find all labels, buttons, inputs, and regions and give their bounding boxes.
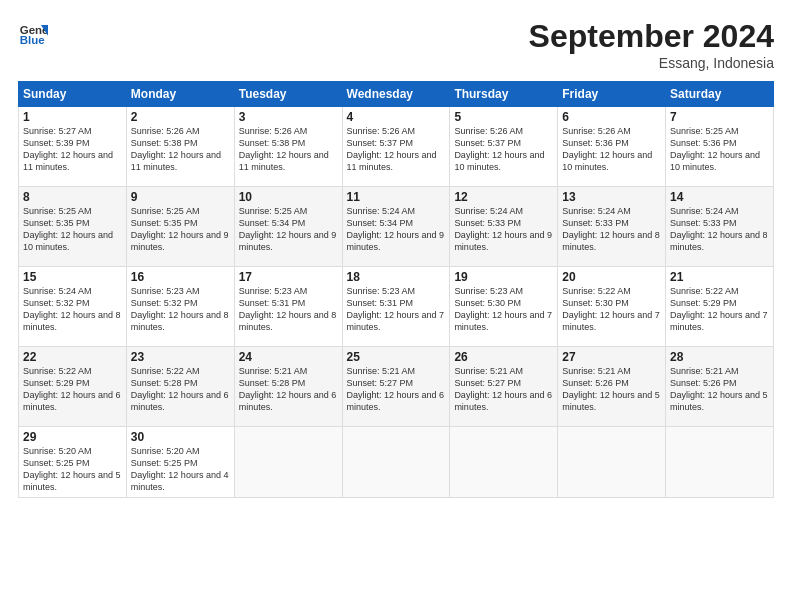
calendar-cell: 25 Sunrise: 5:21 AMSunset: 5:27 PMDaylig… bbox=[342, 347, 450, 427]
day-number: 19 bbox=[454, 270, 553, 284]
svg-text:Blue: Blue bbox=[20, 34, 45, 46]
calendar-cell: 24 Sunrise: 5:21 AMSunset: 5:28 PMDaylig… bbox=[234, 347, 342, 427]
day-info: Sunrise: 5:24 AMSunset: 5:34 PMDaylight:… bbox=[347, 205, 446, 254]
calendar-cell: 18 Sunrise: 5:23 AMSunset: 5:31 PMDaylig… bbox=[342, 267, 450, 347]
location: Essang, Indonesia bbox=[529, 55, 774, 71]
day-info: Sunrise: 5:24 AMSunset: 5:33 PMDaylight:… bbox=[454, 205, 553, 254]
day-info: Sunrise: 5:24 AMSunset: 5:32 PMDaylight:… bbox=[23, 285, 122, 334]
calendar-cell: 20 Sunrise: 5:22 AMSunset: 5:30 PMDaylig… bbox=[558, 267, 666, 347]
week-row-3: 15 Sunrise: 5:24 AMSunset: 5:32 PMDaylig… bbox=[19, 267, 774, 347]
calendar-cell: 13 Sunrise: 5:24 AMSunset: 5:33 PMDaylig… bbox=[558, 187, 666, 267]
weekday-header-monday: Monday bbox=[126, 82, 234, 107]
calendar-cell: 16 Sunrise: 5:23 AMSunset: 5:32 PMDaylig… bbox=[126, 267, 234, 347]
calendar-cell: 8 Sunrise: 5:25 AMSunset: 5:35 PMDayligh… bbox=[19, 187, 127, 267]
day-number: 10 bbox=[239, 190, 338, 204]
calendar-page: General Blue September 2024 Essang, Indo… bbox=[0, 0, 792, 612]
day-number: 18 bbox=[347, 270, 446, 284]
day-number: 8 bbox=[23, 190, 122, 204]
calendar-cell: 14 Sunrise: 5:24 AMSunset: 5:33 PMDaylig… bbox=[666, 187, 774, 267]
day-number: 15 bbox=[23, 270, 122, 284]
day-number: 14 bbox=[670, 190, 769, 204]
day-info: Sunrise: 5:25 AMSunset: 5:34 PMDaylight:… bbox=[239, 205, 338, 254]
title-block: September 2024 Essang, Indonesia bbox=[529, 18, 774, 71]
logo-icon: General Blue bbox=[18, 18, 48, 48]
calendar-cell bbox=[558, 427, 666, 498]
day-info: Sunrise: 5:24 AMSunset: 5:33 PMDaylight:… bbox=[562, 205, 661, 254]
calendar-cell: 27 Sunrise: 5:21 AMSunset: 5:26 PMDaylig… bbox=[558, 347, 666, 427]
weekday-header-sunday: Sunday bbox=[19, 82, 127, 107]
weekday-header-row: SundayMondayTuesdayWednesdayThursdayFrid… bbox=[19, 82, 774, 107]
day-number: 5 bbox=[454, 110, 553, 124]
calendar-cell bbox=[450, 427, 558, 498]
day-info: Sunrise: 5:21 AMSunset: 5:28 PMDaylight:… bbox=[239, 365, 338, 414]
calendar-cell: 17 Sunrise: 5:23 AMSunset: 5:31 PMDaylig… bbox=[234, 267, 342, 347]
day-number: 3 bbox=[239, 110, 338, 124]
day-info: Sunrise: 5:21 AMSunset: 5:26 PMDaylight:… bbox=[562, 365, 661, 414]
calendar-cell: 2 Sunrise: 5:26 AMSunset: 5:38 PMDayligh… bbox=[126, 107, 234, 187]
day-number: 28 bbox=[670, 350, 769, 364]
day-info: Sunrise: 5:22 AMSunset: 5:29 PMDaylight:… bbox=[670, 285, 769, 334]
weekday-header-saturday: Saturday bbox=[666, 82, 774, 107]
day-number: 2 bbox=[131, 110, 230, 124]
day-info: Sunrise: 5:26 AMSunset: 5:38 PMDaylight:… bbox=[239, 125, 338, 174]
day-info: Sunrise: 5:25 AMSunset: 5:35 PMDaylight:… bbox=[23, 205, 122, 254]
day-info: Sunrise: 5:25 AMSunset: 5:36 PMDaylight:… bbox=[670, 125, 769, 174]
day-info: Sunrise: 5:21 AMSunset: 5:27 PMDaylight:… bbox=[454, 365, 553, 414]
day-number: 30 bbox=[131, 430, 230, 444]
calendar-cell: 6 Sunrise: 5:26 AMSunset: 5:36 PMDayligh… bbox=[558, 107, 666, 187]
day-info: Sunrise: 5:26 AMSunset: 5:36 PMDaylight:… bbox=[562, 125, 661, 174]
day-number: 21 bbox=[670, 270, 769, 284]
day-info: Sunrise: 5:26 AMSunset: 5:37 PMDaylight:… bbox=[347, 125, 446, 174]
calendar-cell: 9 Sunrise: 5:25 AMSunset: 5:35 PMDayligh… bbox=[126, 187, 234, 267]
header: General Blue September 2024 Essang, Indo… bbox=[18, 18, 774, 71]
calendar-cell: 5 Sunrise: 5:26 AMSunset: 5:37 PMDayligh… bbox=[450, 107, 558, 187]
day-number: 11 bbox=[347, 190, 446, 204]
week-row-4: 22 Sunrise: 5:22 AMSunset: 5:29 PMDaylig… bbox=[19, 347, 774, 427]
weekday-header-wednesday: Wednesday bbox=[342, 82, 450, 107]
day-info: Sunrise: 5:26 AMSunset: 5:38 PMDaylight:… bbox=[131, 125, 230, 174]
calendar-cell: 15 Sunrise: 5:24 AMSunset: 5:32 PMDaylig… bbox=[19, 267, 127, 347]
weekday-header-thursday: Thursday bbox=[450, 82, 558, 107]
calendar-cell: 30 Sunrise: 5:20 AMSunset: 5:25 PMDaylig… bbox=[126, 427, 234, 498]
weekday-header-friday: Friday bbox=[558, 82, 666, 107]
day-number: 12 bbox=[454, 190, 553, 204]
day-info: Sunrise: 5:21 AMSunset: 5:26 PMDaylight:… bbox=[670, 365, 769, 414]
day-info: Sunrise: 5:26 AMSunset: 5:37 PMDaylight:… bbox=[454, 125, 553, 174]
day-number: 6 bbox=[562, 110, 661, 124]
calendar-cell: 19 Sunrise: 5:23 AMSunset: 5:30 PMDaylig… bbox=[450, 267, 558, 347]
day-info: Sunrise: 5:25 AMSunset: 5:35 PMDaylight:… bbox=[131, 205, 230, 254]
week-row-1: 1 Sunrise: 5:27 AMSunset: 5:39 PMDayligh… bbox=[19, 107, 774, 187]
day-number: 16 bbox=[131, 270, 230, 284]
day-number: 24 bbox=[239, 350, 338, 364]
day-number: 4 bbox=[347, 110, 446, 124]
day-number: 23 bbox=[131, 350, 230, 364]
day-info: Sunrise: 5:20 AMSunset: 5:25 PMDaylight:… bbox=[131, 445, 230, 494]
day-info: Sunrise: 5:22 AMSunset: 5:29 PMDaylight:… bbox=[23, 365, 122, 414]
day-info: Sunrise: 5:23 AMSunset: 5:31 PMDaylight:… bbox=[347, 285, 446, 334]
day-number: 7 bbox=[670, 110, 769, 124]
calendar-cell: 23 Sunrise: 5:22 AMSunset: 5:28 PMDaylig… bbox=[126, 347, 234, 427]
calendar-cell: 4 Sunrise: 5:26 AMSunset: 5:37 PMDayligh… bbox=[342, 107, 450, 187]
day-number: 26 bbox=[454, 350, 553, 364]
day-number: 9 bbox=[131, 190, 230, 204]
day-info: Sunrise: 5:27 AMSunset: 5:39 PMDaylight:… bbox=[23, 125, 122, 174]
calendar-cell: 12 Sunrise: 5:24 AMSunset: 5:33 PMDaylig… bbox=[450, 187, 558, 267]
day-number: 25 bbox=[347, 350, 446, 364]
day-info: Sunrise: 5:24 AMSunset: 5:33 PMDaylight:… bbox=[670, 205, 769, 254]
calendar-cell: 29 Sunrise: 5:20 AMSunset: 5:25 PMDaylig… bbox=[19, 427, 127, 498]
day-info: Sunrise: 5:23 AMSunset: 5:31 PMDaylight:… bbox=[239, 285, 338, 334]
calendar-cell: 10 Sunrise: 5:25 AMSunset: 5:34 PMDaylig… bbox=[234, 187, 342, 267]
calendar-cell: 11 Sunrise: 5:24 AMSunset: 5:34 PMDaylig… bbox=[342, 187, 450, 267]
day-info: Sunrise: 5:21 AMSunset: 5:27 PMDaylight:… bbox=[347, 365, 446, 414]
week-row-2: 8 Sunrise: 5:25 AMSunset: 5:35 PMDayligh… bbox=[19, 187, 774, 267]
day-info: Sunrise: 5:20 AMSunset: 5:25 PMDaylight:… bbox=[23, 445, 122, 494]
calendar-cell: 26 Sunrise: 5:21 AMSunset: 5:27 PMDaylig… bbox=[450, 347, 558, 427]
calendar-cell: 7 Sunrise: 5:25 AMSunset: 5:36 PMDayligh… bbox=[666, 107, 774, 187]
calendar-cell: 1 Sunrise: 5:27 AMSunset: 5:39 PMDayligh… bbox=[19, 107, 127, 187]
month-title: September 2024 bbox=[529, 18, 774, 55]
calendar-cell bbox=[342, 427, 450, 498]
day-info: Sunrise: 5:22 AMSunset: 5:28 PMDaylight:… bbox=[131, 365, 230, 414]
calendar-cell bbox=[234, 427, 342, 498]
calendar-cell: 3 Sunrise: 5:26 AMSunset: 5:38 PMDayligh… bbox=[234, 107, 342, 187]
logo: General Blue bbox=[18, 18, 48, 48]
